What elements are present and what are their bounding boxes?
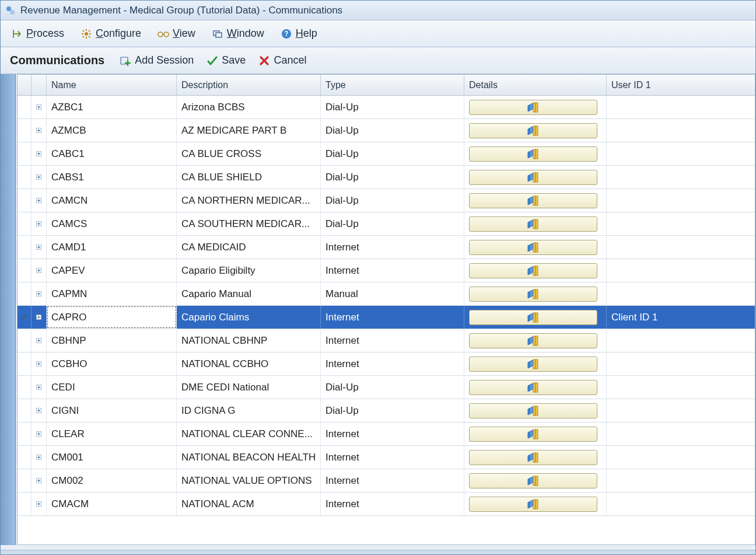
details-button[interactable] (469, 333, 597, 348)
expand-icon[interactable] (32, 306, 47, 329)
details-button[interactable] (469, 403, 597, 418)
cell-name[interactable]: CIGNI (47, 399, 177, 422)
expand-icon[interactable] (32, 282, 47, 305)
cell-name[interactable]: CAPEV (47, 259, 177, 282)
cell-type[interactable]: Internet (321, 259, 464, 282)
cell-name[interactable]: AZMCB (47, 119, 177, 142)
col-description[interactable]: Description (177, 75, 321, 95)
col-userid1[interactable]: User ID 1 (607, 75, 755, 95)
table-row[interactable]: CEDIDME CEDI NationalDial-Up (18, 376, 755, 399)
cell-description[interactable]: ID CIGNA G (177, 399, 321, 422)
cell-type[interactable]: Dial-Up (321, 212, 464, 235)
cell-description[interactable]: Arizona BCBS (177, 96, 321, 118)
cell-userid1[interactable] (607, 469, 755, 492)
details-button[interactable] (469, 473, 597, 488)
cell-userid1[interactable] (607, 96, 755, 118)
cell-userid1[interactable] (607, 212, 755, 235)
cell-userid1[interactable] (607, 446, 755, 469)
cell-userid1[interactable] (607, 376, 755, 399)
cell-type[interactable]: Dial-Up (321, 166, 464, 189)
cell-userid1[interactable] (607, 399, 755, 422)
cell-type[interactable]: Manual (321, 282, 464, 305)
menu-help[interactable]: ? Help (281, 27, 317, 40)
table-row[interactable]: AZBC1Arizona BCBSDial-Up (18, 96, 755, 119)
cell-userid1[interactable] (607, 189, 755, 212)
col-name[interactable]: Name (47, 75, 177, 95)
details-button[interactable] (469, 170, 597, 185)
cell-userid1[interactable] (607, 493, 755, 515)
cell-type[interactable]: Dial-Up (321, 376, 464, 399)
cell-type[interactable]: Internet (321, 236, 464, 259)
cell-description[interactable]: AZ MEDICARE PART B (177, 119, 321, 142)
cell-description[interactable]: NATIONAL CCBHO (177, 352, 321, 375)
table-row[interactable]: CLEARNATIONAL CLEAR CONNE...Internet (18, 423, 755, 446)
cell-name[interactable]: CM001 (47, 446, 177, 469)
expand-icon[interactable] (32, 142, 47, 165)
cell-userid1[interactable]: Client ID 1 (607, 306, 755, 329)
table-row[interactable]: CIGNIID CIGNA GDial-Up (18, 399, 755, 423)
table-row[interactable]: AZMCBAZ MEDICARE PART BDial-Up (18, 119, 755, 142)
menu-configure[interactable]: Configure (80, 27, 141, 40)
expand-icon[interactable] (32, 423, 47, 445)
cell-name[interactable]: CAMCS (47, 212, 177, 235)
details-button[interactable] (469, 427, 597, 442)
cell-type[interactable]: Internet (321, 469, 464, 492)
cell-type[interactable]: Internet (321, 423, 464, 445)
table-row[interactable]: CAMCNCA NORTHERN MEDICAR...Dial-Up (18, 189, 755, 212)
cell-name[interactable]: CAPRO (47, 306, 177, 329)
cell-description[interactable]: DME CEDI National (177, 376, 321, 399)
details-button[interactable] (469, 263, 597, 278)
cell-type[interactable]: Internet (321, 352, 464, 375)
cell-name[interactable]: CBHNP (47, 329, 177, 352)
cell-description[interactable]: CA MEDICAID (177, 236, 321, 259)
cell-type[interactable]: Dial-Up (321, 142, 464, 165)
expand-icon[interactable] (32, 329, 47, 352)
cell-description[interactable]: CA BLUE CROSS (177, 142, 321, 165)
save-button[interactable]: Save (206, 54, 246, 67)
cell-description[interactable]: NATIONAL ACM (177, 493, 321, 515)
cell-userid1[interactable] (607, 236, 755, 259)
menu-view[interactable]: View (158, 27, 195, 40)
expand-icon[interactable] (32, 376, 47, 399)
details-button[interactable] (469, 287, 597, 302)
details-button[interactable] (469, 380, 597, 395)
cell-userid1[interactable] (607, 119, 755, 142)
expand-icon[interactable] (32, 259, 47, 282)
cell-type[interactable]: Internet (321, 493, 464, 515)
cell-name[interactable]: CAPMN (47, 282, 177, 305)
details-button[interactable] (469, 193, 597, 208)
expand-icon[interactable] (32, 96, 47, 118)
details-button[interactable] (469, 450, 597, 465)
table-row[interactable]: CAPROCapario ClaimsInternetClient ID 1 (18, 306, 755, 329)
table-row[interactable]: CAMCSCA SOUTHERN MEDICAR...Dial-Up (18, 212, 755, 236)
cell-name[interactable]: CCBHO (47, 352, 177, 375)
cell-name[interactable]: AZBC1 (47, 96, 177, 118)
expand-icon[interactable] (32, 236, 47, 259)
cell-description[interactable]: NATIONAL BEACON HEALTH (177, 446, 321, 469)
cell-type[interactable]: Dial-Up (321, 96, 464, 118)
cell-name[interactable]: CABS1 (47, 166, 177, 189)
table-row[interactable]: CM001NATIONAL BEACON HEALTHInternet (18, 446, 755, 469)
cell-description[interactable]: CA NORTHERN MEDICAR... (177, 189, 321, 212)
expand-icon[interactable] (32, 469, 47, 492)
cell-description[interactable]: Capario Eligibilty (177, 259, 321, 282)
cell-description[interactable]: CA SOUTHERN MEDICAR... (177, 212, 321, 235)
table-row[interactable]: CMACMNATIONAL ACMInternet (18, 493, 755, 516)
details-button[interactable] (469, 217, 597, 232)
cell-userid1[interactable] (607, 166, 755, 189)
row-indicator-header[interactable] (18, 75, 32, 95)
details-button[interactable] (469, 497, 597, 512)
details-button[interactable] (469, 357, 597, 372)
expand-icon[interactable] (32, 212, 47, 235)
expand-icon[interactable] (32, 446, 47, 469)
cell-description[interactable]: CA BLUE SHIELD (177, 166, 321, 189)
cancel-button[interactable]: Cancel (258, 54, 306, 67)
cell-userid1[interactable] (607, 142, 755, 165)
cell-description[interactable]: NATIONAL VALUE OPTIONS (177, 469, 321, 492)
table-row[interactable]: CAMD1CA MEDICAIDInternet (18, 236, 755, 259)
cell-description[interactable]: NATIONAL CBHNP (177, 329, 321, 352)
details-button[interactable] (469, 100, 597, 115)
table-row[interactable]: CCBHONATIONAL CCBHOInternet (18, 352, 755, 376)
cell-description[interactable]: NATIONAL CLEAR CONNE... (177, 423, 321, 445)
cell-name[interactable]: CM002 (47, 469, 177, 492)
